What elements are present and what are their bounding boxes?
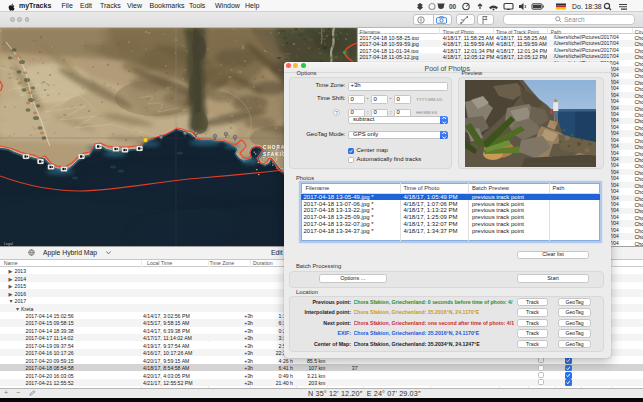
svg-text:Do. 18:38: Do. 18:38 — [572, 3, 602, 10]
svg-text:00: 00 — [449, 3, 457, 10]
svg-text:CHORA: CHORA — [263, 145, 285, 150]
